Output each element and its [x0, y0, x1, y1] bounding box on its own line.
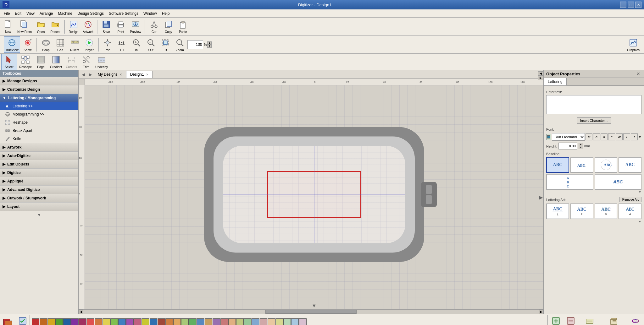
color-swatch-12[interactable]: 12 — [118, 318, 126, 325]
tab-nav-right[interactable]: ▶ — [87, 71, 94, 78]
preview-btn[interactable]: Preview — [128, 19, 143, 35]
art-item-3[interactable]: ABC 3 — [595, 203, 618, 219]
trueview-btn[interactable]: TrueView — [4, 36, 20, 53]
restore-btn[interactable]: □ — [628, 2, 634, 8]
color-swatch-15[interactable]: 15 — [142, 318, 149, 325]
minimize-btn[interactable]: ─ — [620, 2, 626, 8]
window-controls[interactable]: ─ □ ✕ — [620, 2, 641, 8]
zoom-up-btn[interactable]: ▲ — [207, 41, 212, 45]
font-style-d[interactable]: d — [601, 133, 608, 140]
zoom-spinner[interactable]: ▲ ▼ — [207, 41, 212, 48]
color-swatch-6[interactable]: 6 — [71, 318, 79, 325]
hide-unused-btn[interactable]: Hide Unused — [579, 315, 600, 325]
font-style-t[interactable]: t — [631, 133, 638, 140]
rulers-btn[interactable]: Rulers — [68, 36, 82, 53]
color-swatch-14[interactable]: 14 — [134, 318, 142, 325]
toolbox-group-customize-header[interactable]: ▶ Customize Design — [0, 85, 78, 94]
font-style-M[interactable]: M — [586, 133, 592, 140]
h-scrollbar[interactable]: ◀ ▶ — [79, 309, 543, 314]
color-swatch-3[interactable]: 3 — [47, 318, 55, 325]
print-btn[interactable]: Print — [114, 19, 128, 35]
toolbox-group-manage-header[interactable]: ▶ Manage Designs — [0, 77, 78, 85]
menu-machine[interactable]: Machine — [56, 11, 75, 16]
font-style-a[interactable]: a — [593, 133, 600, 140]
font-select-input[interactable]: Run Freehand — [552, 133, 585, 141]
remove-btn[interactable]: Remove — [564, 315, 578, 325]
color-swatch-23[interactable]: 23 — [205, 318, 212, 325]
color-swatch-18[interactable]: 18 — [165, 318, 173, 325]
menu-software-settings[interactable]: Software Settings — [106, 11, 141, 16]
artwork-btn[interactable]: Artwork — [81, 19, 95, 35]
new-from-btn[interactable]: New From — [16, 19, 33, 35]
menu-design-settings[interactable]: Design Settings — [75, 11, 106, 16]
toolbox-group-layout-header[interactable]: ▶ Layout — [0, 203, 78, 211]
toolbox-down-arrow[interactable]: ▼ — [37, 212, 42, 217]
panel-close-btn[interactable]: ✕ — [635, 71, 641, 76]
tab-design1-close[interactable]: ✕ — [146, 73, 148, 76]
graphics-btn[interactable]: Graphics — [624, 36, 643, 53]
reshape-tool-btn[interactable]: Reshape — [18, 54, 33, 70]
color-swatch-22[interactable]: 22 — [197, 318, 204, 325]
add-btn[interactable]: Add — [549, 315, 563, 325]
art-scroll-indicator[interactable]: ▼ — [546, 220, 641, 223]
height-input[interactable] — [558, 143, 577, 149]
underlay-tool-btn[interactable]: Underlay — [94, 54, 109, 70]
color-swatch-4[interactable]: 4 — [55, 318, 63, 325]
tab-my-designs[interactable]: My Designs ✕ — [94, 71, 126, 78]
scrollbar-thumb[interactable] — [265, 310, 357, 314]
remove-art-btn[interactable]: Remove Art — [619, 197, 641, 202]
toolbox-item-reshape[interactable]: Reshape — [0, 118, 78, 127]
canvas-scroll-right[interactable]: ▶ — [539, 194, 543, 200]
remove-unused-btn[interactable]: Remove Unused — [601, 315, 627, 325]
menu-help[interactable]: Help — [159, 11, 172, 16]
color-swatch-11[interactable]: 11 — [110, 318, 118, 325]
color-swatch-1[interactable]: 1 — [32, 318, 39, 325]
zoom-out-btn[interactable]: Out — [144, 36, 158, 53]
show-btn[interactable]: Show — [21, 36, 35, 53]
color-swatch-8[interactable]: 8 — [87, 318, 94, 325]
color-swatch-28[interactable]: 28 — [244, 318, 252, 325]
color-swatch-33[interactable]: 33 — [283, 318, 291, 325]
new-btn[interactable]: New — [1, 19, 15, 35]
color-swatch-2[interactable]: 2 — [40, 318, 47, 325]
panel-nav-up[interactable]: ◀ — [538, 71, 543, 76]
baseline-option-wavy[interactable]: ABC — [619, 157, 641, 173]
player-btn[interactable]: Player — [82, 36, 96, 53]
art-scroll-down[interactable]: ▼ — [638, 220, 641, 223]
color-swatch-16[interactable]: 16 — [150, 318, 157, 325]
scrollbar-track[interactable] — [83, 310, 539, 314]
color-swatch-25[interactable]: 25 — [220, 318, 228, 325]
apply-btn[interactable]: Apply — [17, 315, 28, 325]
toolbox-scroll-down[interactable]: ▼ — [0, 211, 78, 219]
one-to-one-btn[interactable]: 1:1 1:1 — [115, 36, 129, 53]
color-swatch-24[interactable]: 24 — [213, 318, 220, 325]
recent-btn[interactable]: ▼ Recent — [48, 19, 62, 35]
pan-btn[interactable]: Pan — [101, 36, 114, 53]
color-swatch-9[interactable]: 9 — [95, 318, 102, 325]
menu-window[interactable]: Window — [141, 11, 159, 16]
design-btn[interactable]: Design — [67, 19, 80, 35]
toolbox-group-advanceddigitize-header[interactable]: ▶ Advanced Digitize — [0, 186, 78, 194]
height-down-btn[interactable]: ▼ — [579, 146, 583, 149]
toolbox-group-applique-header[interactable]: ▶ Appliqué — [0, 177, 78, 185]
edge-tool-btn[interactable]: Edge — [34, 54, 48, 70]
color-swatch-26[interactable]: 26 — [228, 318, 236, 325]
baseline-option-vertical-2[interactable]: A B C — [546, 174, 593, 190]
zoom-in-btn[interactable]: In — [130, 36, 143, 53]
hoop-btn[interactable]: Hoop — [39, 36, 53, 53]
tab-nav-left[interactable]: ◀ — [80, 71, 87, 78]
tab-my-designs-close[interactable]: ✕ — [119, 73, 122, 76]
color-swatch-17[interactable]: 17 — [158, 318, 165, 325]
toolbox-item-lettering[interactable]: A Lettering >> — [0, 102, 78, 110]
toolbox-item-breakapart[interactable]: Break Apart — [0, 127, 78, 135]
font-style-I[interactable]: I — [623, 133, 630, 140]
baseline-option-straight[interactable]: ABC — [546, 157, 569, 173]
toolbox-group-digitize-header[interactable]: ▶ Digitize — [0, 169, 78, 177]
cut-btn[interactable]: Cut — [147, 19, 161, 35]
zoom-down-btn[interactable]: ▼ — [207, 45, 212, 48]
art-item-4[interactable]: ABC 4 — [619, 203, 641, 219]
zoom-value-input[interactable] — [187, 40, 203, 49]
fit-btn[interactable]: Fit — [158, 36, 172, 53]
color-swatch-34[interactable] — [291, 318, 299, 325]
font-style-e[interactable]: e — [608, 133, 615, 140]
